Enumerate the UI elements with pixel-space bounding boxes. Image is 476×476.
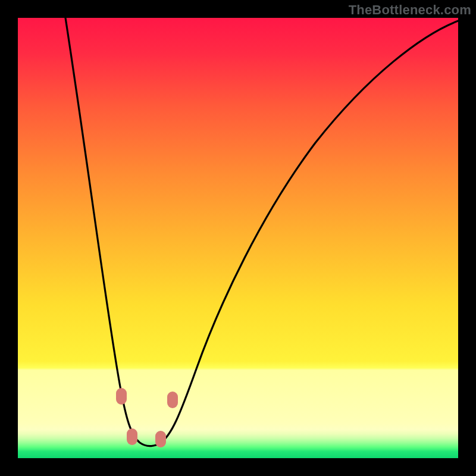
marker-right-lower [155,431,166,447]
curve-path [65,18,458,446]
watermark: TheBottleneck.com [349,2,471,18]
bottleneck-curve [18,18,458,458]
marker-left-lower [127,428,137,445]
chart-frame: TheBottleneck.com [0,0,476,476]
plot-area [18,18,458,458]
marker-left-upper [116,388,127,405]
marker-right-upper [167,392,178,408]
